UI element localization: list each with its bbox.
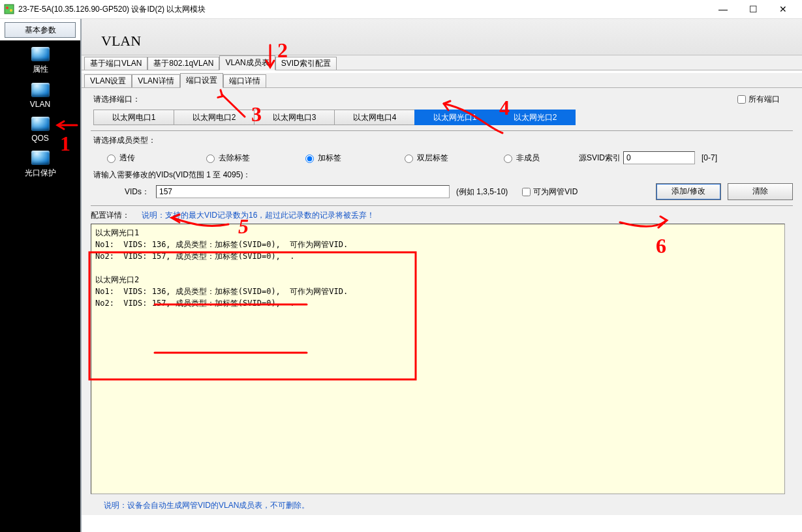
tab-vlan-member[interactable]: VLAN成员表 (219, 55, 275, 70)
add-modify-button[interactable]: 添加/修改 (656, 183, 721, 200)
tabstrip-secondary: VLAN设置 VLAN详情 端口设置 端口详情 (82, 73, 802, 88)
member-type-radio-group: 透传 去除标签 加标签 双层标签 非成员 源SVID索引 [0-7] (104, 151, 789, 164)
sidebar-item-properties[interactable]: 属性 (0, 43, 80, 79)
bottom-note: 说明：设备会自动生成网管VID的VLAN成员表，不可删除。 (104, 500, 793, 511)
tabstrip-primary: 基于端口VLAN 基于802.1qVLAN VLAN成员表 SVID索引配置 (82, 55, 802, 70)
radio-tag[interactable]: 加标签 (302, 153, 401, 164)
port-eth-optical-1[interactable]: 以太网光口1 (414, 110, 495, 125)
window-minimize-button[interactable]: — (708, 0, 738, 18)
port-eth-elec-2[interactable]: 以太网电口2 (174, 110, 254, 125)
svid-index-label: 源SVID索引 (579, 153, 621, 164)
all-ports-checkbox-wrap[interactable]: 所有端口 (735, 93, 780, 106)
mgmt-vid-checkbox[interactable] (522, 188, 531, 196)
mgmt-vid-label: 可为网管VID (533, 186, 578, 198)
vids-input[interactable] (156, 185, 450, 198)
tab-port-vlan[interactable]: 基于端口VLAN (84, 57, 147, 70)
optical-protection-icon (31, 151, 50, 165)
sidebar-item-vlan[interactable]: VLAN (0, 79, 80, 113)
vids-label: VIDs： (91, 186, 149, 198)
svg-point-1 (6, 7, 8, 9)
window-close-button[interactable]: ✕ (768, 0, 798, 18)
annotation-5: 5 (238, 214, 249, 239)
annotation-4: 4 (499, 96, 510, 120)
main-panel: VLAN 基于端口VLAN 基于802.1qVLAN VLAN成员表 SVID索… (82, 19, 802, 532)
window-title: 23-7E-5A(10.35.126.90-GP520) 设备ID(2) 以太网… (18, 4, 708, 15)
tab-vlan-details[interactable]: VLAN详情 (132, 74, 179, 87)
tab-port-details[interactable]: 端口详情 (223, 74, 266, 87)
member-type-label: 请选择成员类型： (93, 135, 793, 146)
sidebar-item-label: VLAN (0, 100, 80, 109)
sidebar-heading: 基本参数 (5, 22, 76, 38)
svg-rect-0 (5, 5, 14, 14)
tab-8021q-vlan[interactable]: 基于802.1qVLAN (147, 57, 219, 70)
sidebar-item-label: 光口保护 (0, 168, 80, 179)
vids-example: (例如 1,3,5-10) (456, 186, 508, 198)
svg-point-2 (10, 9, 12, 12)
annotation-6: 6 (656, 234, 666, 258)
clear-button[interactable]: 清除 (728, 183, 793, 200)
config-detail-label: 配置详情： (91, 210, 130, 221)
sidebar: 基本参数 属性 VLAN QOS 光口保护 (0, 19, 82, 532)
radio-transparent[interactable]: 透传 (104, 153, 203, 164)
tab-vlan-settings[interactable]: VLAN设置 (84, 74, 132, 87)
radio-double-tag[interactable]: 双层标签 (401, 153, 501, 164)
mgmt-vid-checkbox-wrap[interactable]: 可为网管VID (519, 186, 578, 198)
port-button-group: 以太网电口1 以太网电口2 以太网电口3 以太网电口4 以太网光口1 以太网光口… (93, 110, 793, 125)
svid-range-hint: [0-7] (702, 153, 717, 162)
port-eth-elec-3[interactable]: 以太网电口3 (254, 110, 334, 125)
config-note: 说明：支持的最大VID记录数为16，超过此记录数的记录将被丢弃！ (142, 210, 375, 221)
config-textarea[interactable] (91, 224, 785, 494)
sidebar-item-label: 属性 (0, 64, 80, 75)
vlan-icon (31, 83, 50, 97)
page-title: VLAN (101, 33, 141, 55)
vids-hint: 请输入需要修改的VIDs(VID范围 1 至 4095)： (93, 170, 793, 181)
annotation-1: 1 (60, 132, 70, 156)
window-maximize-button[interactable]: ☐ (738, 0, 768, 18)
qos-icon (31, 117, 50, 131)
radio-non-member[interactable]: 非成员 (501, 153, 579, 164)
annotation-3: 3 (251, 102, 262, 126)
radio-untag[interactable]: 去除标签 (203, 153, 302, 164)
port-eth-elec-4[interactable]: 以太网电口4 (334, 110, 414, 125)
properties-icon (31, 47, 50, 61)
port-eth-elec-1[interactable]: 以太网电口1 (93, 110, 174, 125)
window-titlebar: 23-7E-5A(10.35.126.90-GP520) 设备ID(2) 以太网… (0, 0, 802, 19)
app-icon (4, 4, 14, 14)
svid-index-input[interactable] (623, 151, 695, 164)
select-port-label: 请选择端口： (93, 94, 140, 105)
tab-port-settings[interactable]: 端口设置 (180, 73, 223, 88)
all-ports-label: 所有端口 (748, 94, 780, 105)
annotation-2: 2 (277, 38, 288, 63)
all-ports-checkbox[interactable] (737, 95, 746, 104)
